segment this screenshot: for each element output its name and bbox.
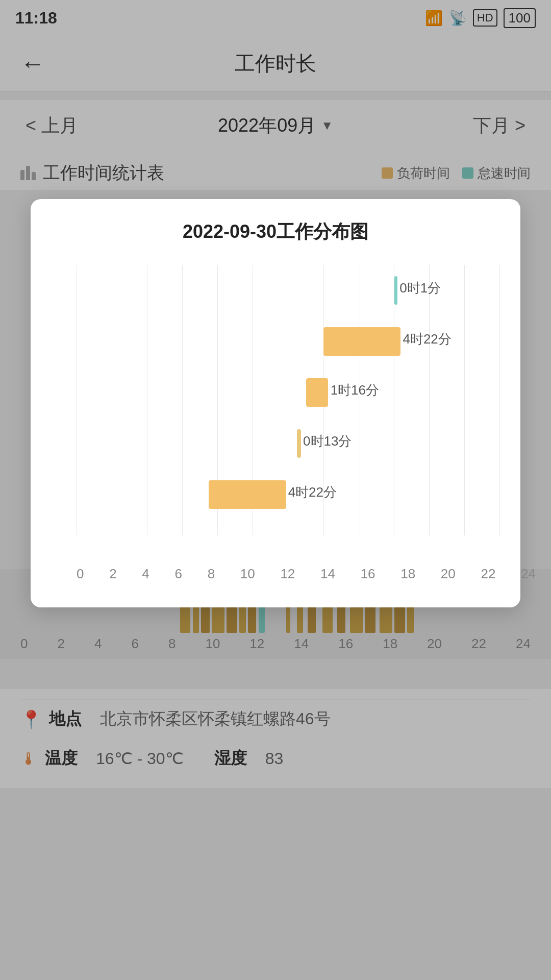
bar-row-bar4: 0时13分 — [77, 418, 500, 469]
x-axis-label: 22 — [481, 566, 495, 582]
bar-fill-bar3 — [306, 378, 329, 407]
x-axis-label: 4 — [142, 566, 149, 582]
bar-fill-bar2 — [323, 327, 400, 356]
bar-row-bar5: 4时22分 — [77, 469, 500, 520]
x-axis-label: 6 — [174, 566, 182, 582]
bar-fill-bar5 — [209, 480, 286, 509]
chart-container: 0时1分4时22分1时16分0时13分4时22分 024681012141618… — [46, 265, 505, 587]
bar-label-bar3: 1时16分 — [331, 381, 379, 399]
bar-fill-bar4 — [297, 429, 301, 458]
bar-fill-bar1 — [394, 276, 398, 305]
x-axis-label: 8 — [208, 566, 215, 582]
bar-label-bar2: 4时22分 — [403, 330, 451, 348]
x-axis-label: 2 — [109, 566, 116, 582]
chart-inner: 0时1分4时22分1时16分0时13分4时22分 — [46, 265, 505, 535]
modal-title: 2022-09-30工作分布图 — [46, 219, 505, 244]
bar-row-bar2: 4时22分 — [77, 316, 500, 367]
x-axis-label: 16 — [361, 566, 375, 582]
x-axis-label: 14 — [320, 566, 335, 582]
x-axis: 024681012141618202224 — [77, 566, 536, 582]
modal-card: 2022-09-30工作分布图 0时1分4时22分1时16分0时13分4时22分… — [31, 199, 520, 607]
x-axis-label: 18 — [400, 566, 415, 582]
bar-row-bar1: 0时1分 — [77, 265, 500, 316]
x-axis-label: 10 — [240, 566, 255, 582]
bar-row-bar3: 1时16分 — [77, 367, 500, 418]
x-axis-label: 24 — [521, 566, 536, 582]
x-axis-label: 12 — [280, 566, 295, 582]
bar-label-bar5: 4时22分 — [288, 483, 337, 501]
bar-label-bar1: 0时1分 — [399, 279, 441, 297]
x-axis-label: 0 — [77, 566, 84, 582]
bar-label-bar4: 0时13分 — [303, 432, 352, 450]
x-axis-label: 20 — [441, 566, 456, 582]
